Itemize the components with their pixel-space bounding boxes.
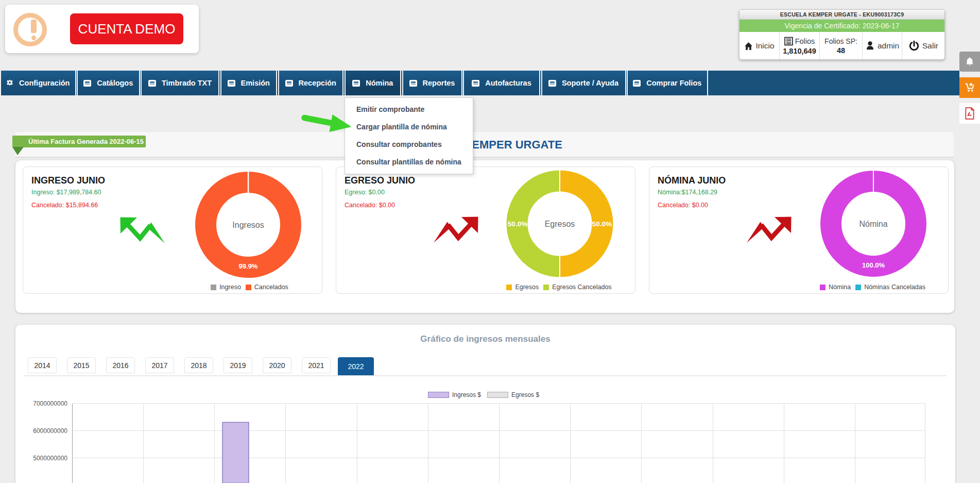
svg-text:5000000000: 5000000000 (33, 455, 67, 462)
svg-text:100.0%: 100.0% (862, 261, 885, 269)
svg-text:Nómina: Nómina (859, 220, 887, 228)
svg-text:50.0%: 50.0% (508, 220, 527, 228)
svg-text:99.9%: 99.9% (239, 262, 258, 270)
svg-text:6000000000: 6000000000 (33, 427, 67, 435)
svg-text:50.0%: 50.0% (592, 220, 612, 228)
svg-text:Egresos: Egresos (545, 220, 575, 228)
svg-text:Ingresos: Ingresos (232, 221, 264, 229)
svg-text:7000000000: 7000000000 (33, 400, 67, 407)
